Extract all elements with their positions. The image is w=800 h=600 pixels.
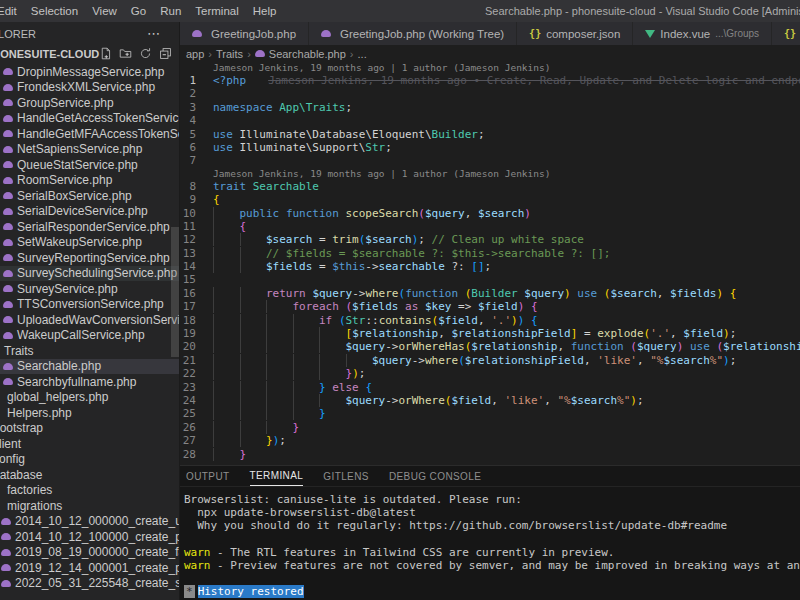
tree-folder[interactable]: client	[0, 436, 179, 452]
tree-file[interactable]: 2014_10_12_000000_create_users_tabl...	[0, 514, 179, 530]
tree-item-label: bootstrap	[0, 421, 43, 435]
codelens-blame[interactable]: Jameson Jenkins, 19 months ago | 1 autho…	[180, 62, 800, 74]
code-line: 27 });	[180, 434, 800, 447]
tree-file[interactable]: 2022_05_31_225548_create_serial_box...	[0, 576, 179, 592]
tree-file[interactable]: 2014_10_12_100000_create_password...	[0, 529, 179, 545]
tree-file[interactable]: SerialResponderService.php	[0, 219, 179, 235]
php-file-icon	[192, 30, 202, 37]
tree-file[interactable]: SerialDeviceService.php	[0, 204, 179, 220]
collapse-all-icon[interactable]	[159, 47, 172, 60]
code-line-content: namespace App\Traits;	[196, 101, 352, 114]
code-line-content: {	[196, 193, 220, 206]
breadcrumb-segment[interactable]: Traits	[216, 48, 243, 60]
code-token: scopeSearch	[345, 207, 418, 220]
tree-file[interactable]: HandleGetAccessTokenService.php	[0, 111, 179, 127]
refresh-icon[interactable]	[139, 47, 152, 60]
tree-file[interactable]: GroupService.php	[0, 95, 179, 111]
line-number: 16	[180, 287, 196, 300]
code-token: $fields	[352, 300, 398, 313]
menu-help[interactable]: Help	[246, 0, 284, 22]
code-line-content: });	[196, 367, 365, 380]
tree-file[interactable]: SurveyReportingService.php	[0, 250, 179, 266]
panel-tab-output[interactable]: OUTPUT	[186, 467, 230, 486]
menu-selection[interactable]: Selection	[24, 0, 85, 22]
menu-go[interactable]: Go	[124, 0, 153, 22]
tree-folder[interactable]: config	[0, 452, 179, 468]
line-number: 5	[180, 128, 196, 141]
breadcrumb-segment[interactable]: Searchable.php	[269, 48, 346, 60]
code-token: ;	[730, 354, 737, 367]
breadcrumb-segment[interactable]: ...	[358, 48, 367, 60]
tree-file[interactable]: 2019_08_19_000000_create_failed_job...	[0, 545, 179, 561]
code-editor[interactable]: Jameson Jenkins, 19 months ago | 1 autho…	[180, 62, 800, 465]
menu-view[interactable]: View	[85, 0, 124, 22]
tree-file[interactable]: SurveyService.php	[0, 281, 179, 297]
tree-file[interactable]: RoomService.php	[0, 173, 179, 189]
code-token: Builder	[432, 128, 478, 141]
terminal-line: npx update-browserslist-db@latest	[184, 506, 800, 519]
code-token: 'like'	[504, 394, 544, 407]
tree-folder[interactable]: factories	[0, 483, 179, 499]
tree-item-label: 2019_12_14_000001_create_personal_...	[15, 561, 180, 575]
menu-run[interactable]: Run	[153, 0, 188, 22]
editor-tab[interactable]: {}composer.json	[517, 22, 633, 45]
tree-folder[interactable]: database	[0, 467, 179, 483]
tree-file[interactable]: Searchable.php	[0, 359, 179, 375]
code-token: ->	[412, 354, 425, 367]
breadcrumb-segment[interactable]: app	[186, 48, 204, 60]
code-line: 2	[180, 87, 800, 100]
tree-file[interactable]: SetWakeupService.php	[0, 235, 179, 251]
tree-file[interactable]: WakeupCallService.php	[0, 328, 179, 344]
tree-file[interactable]: UploadedWavConversionService.php	[0, 312, 179, 328]
terminal-output[interactable]: Browserslist: caniuse-lite is outdated. …	[180, 487, 800, 600]
tree-item-label: SerialResponderService.php	[17, 220, 170, 234]
new-file-icon[interactable]	[99, 47, 112, 60]
line-number: 22	[180, 367, 196, 380]
line-number: 27	[180, 434, 196, 447]
tree-file[interactable]: TTSConversionService.php	[0, 297, 179, 313]
tree-folder[interactable]: migrations	[0, 498, 179, 514]
tree-file[interactable]: Searchbyfullname.php	[0, 374, 179, 390]
tree-file[interactable]: FrondeskXMLService.php	[0, 80, 179, 96]
panel-tab-gitlens[interactable]: GITLENS	[323, 467, 369, 486]
code-token: )	[723, 327, 730, 340]
tree-file[interactable]: NetSapiensService.php	[0, 142, 179, 158]
editor-tab[interactable]: {}package-lock.json	[772, 22, 800, 45]
line-number: 15	[180, 273, 196, 286]
editor-tab[interactable]: Index.vue...\Groups	[633, 22, 772, 45]
tree-file[interactable]: global_helpers.php	[0, 390, 179, 406]
php-file-icon	[1, 580, 11, 587]
codelens-blame[interactable]: Jameson Jenkins, 19 months ago | 1 autho…	[180, 168, 800, 180]
editor-tab[interactable]: GreetingJob.php (Working Tree)	[309, 22, 517, 45]
folder-section-header[interactable]: PHONESUITE-CLOUD	[0, 45, 179, 62]
sidebar-scrollbar[interactable]	[171, 227, 179, 357]
panel-tab-debug-console[interactable]: DEBUG CONSOLE	[389, 467, 481, 486]
tree-file[interactable]: QueueStatService.php	[0, 157, 179, 173]
panel-tab-terminal[interactable]: TERMINAL	[250, 466, 304, 486]
chevron-right-icon: ›	[350, 48, 354, 60]
tree-file[interactable]: Helpers.php	[0, 405, 179, 421]
menu-edit[interactable]: Edit	[0, 0, 24, 22]
tree-file[interactable]: SurveySchedulingService.php	[0, 266, 179, 282]
tree-folder[interactable]: bootstrap	[0, 421, 179, 437]
editor-tab[interactable]: GreetingJob.php	[180, 22, 309, 45]
code-line: 15	[180, 273, 800, 286]
code-line-content: <?phpJameson Jenkins, 19 months ago • Cr…	[196, 74, 800, 87]
code-token: $query	[346, 394, 386, 407]
tree-item-label: QueueStatService.php	[17, 158, 138, 172]
tree-file[interactable]: DropinMessageService.php	[0, 64, 179, 80]
tree-file[interactable]: SerialBoxService.php	[0, 188, 179, 204]
code-line-content: return $query->where(function (Builder $…	[196, 287, 736, 300]
terminal-line: Browserslist: caniuse-lite is outdated. …	[184, 493, 800, 506]
code-token: searchable	[379, 260, 445, 273]
tree-file[interactable]: HandleGetMFAAccessTokenService.php	[0, 126, 179, 142]
php-file-icon	[1, 564, 11, 571]
tree-folder[interactable]: Traits	[0, 343, 179, 359]
menu-terminal[interactable]: Terminal	[188, 0, 245, 22]
new-folder-icon[interactable]	[119, 47, 132, 60]
tree-file[interactable]: 2019_12_14_000001_create_personal_...	[0, 560, 179, 576]
code-token: $fields	[266, 260, 312, 273]
more-actions-icon[interactable]: ⋯	[147, 26, 161, 41]
code-token: {	[531, 314, 538, 327]
code-line: 14 $fields = $this->searchable ?: [];	[180, 260, 800, 273]
